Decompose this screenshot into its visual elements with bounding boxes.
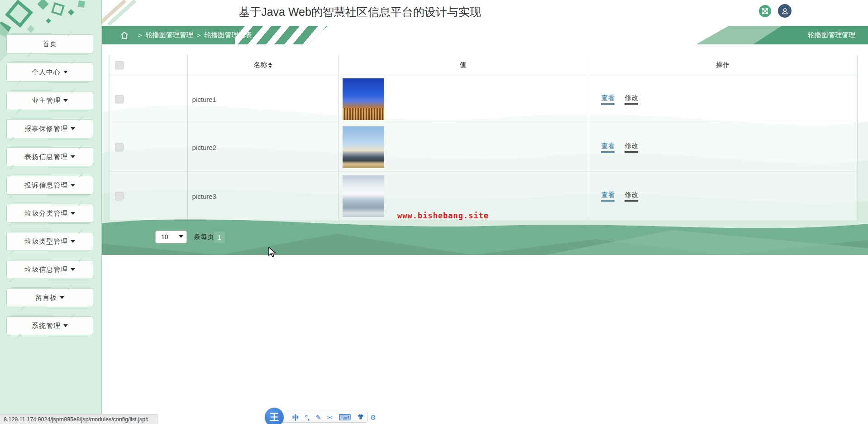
view-link[interactable]: 查看 <box>601 142 615 153</box>
carousel-table: 名称 值 操作 picture1 查看 修改 <box>109 55 858 220</box>
punctuation-icon[interactable]: °, <box>305 414 310 421</box>
sidebar-item-garbage-type[interactable]: 垃圾类型管理 <box>6 232 93 251</box>
sidebar: 首页 个人中心 业主管理 报事保修管理 表扬信息管理 投诉信息管理 垃圾分类管理… <box>0 0 102 424</box>
table-header-row: 名称 值 操作 <box>110 55 857 75</box>
caret-down-icon <box>71 155 75 158</box>
sidebar-item-garbage-category[interactable]: 垃圾分类管理 <box>6 204 93 223</box>
column-header-value: 值 <box>338 55 588 75</box>
user-account-button[interactable] <box>778 4 792 18</box>
screen: 首页 个人中心 业主管理 报事保修管理 表扬信息管理 投诉信息管理 垃圾分类管理… <box>0 0 868 424</box>
scissors-icon[interactable]: ✂ <box>327 414 333 421</box>
sidebar-item-label: 垃圾信息管理 <box>24 265 68 274</box>
sidebar-item-system-mgmt[interactable]: 系统管理 <box>6 316 93 335</box>
sort-icon[interactable] <box>268 63 272 68</box>
sidebar-item-garbage-info[interactable]: 垃圾信息管理 <box>6 260 93 279</box>
status-bar-url: 8.129.11.174:9024/jspm895e8/jsp/modules/… <box>0 414 157 424</box>
corner-module-label-text: 轮播图管理管理 <box>808 31 855 39</box>
row-checkbox[interactable] <box>115 95 124 103</box>
sidebar-item-label: 留言板 <box>35 294 57 302</box>
caret-down-icon <box>63 71 68 73</box>
main-area: 基于Java Web的智慧社区信息平台的设计与实现 <box>102 0 868 424</box>
caret-down-icon <box>71 127 75 130</box>
sidebar-item-label: 投诉信息管理 <box>24 181 68 190</box>
home-icon[interactable] <box>120 31 129 40</box>
sidebar-item-label: 报事保修管理 <box>24 125 68 133</box>
keyboard-icon[interactable]: ⌨ <box>339 413 351 422</box>
edit-link[interactable]: 修改 <box>625 142 638 153</box>
ime-logo-icon[interactable]: 王 <box>265 408 284 424</box>
sidebar-item-home[interactable]: 首页 <box>6 34 93 53</box>
column-header-label: 值 <box>460 61 467 69</box>
pencil-icon[interactable]: ✎ <box>315 414 321 421</box>
breadcrumb-item-parent[interactable]: 轮播图管理管理 <box>146 31 193 39</box>
view-link[interactable]: 查看 <box>601 94 615 105</box>
page-title: 基于Java Web的智慧社区信息平台的设计与实现 <box>192 5 527 19</box>
chinese-mode-icon[interactable]: 中 <box>292 414 299 421</box>
sidebar-item-label: 个人中心 <box>32 68 61 77</box>
column-header-label: 名称 <box>253 61 267 69</box>
column-header-actions: 操作 <box>588 55 857 75</box>
expand-arrows-icon <box>762 8 768 14</box>
pagination: 10 条每页 1 <box>102 226 868 249</box>
edit-link[interactable]: 修改 <box>625 94 638 105</box>
row-name: picture2 <box>192 144 216 151</box>
dusk-skyline-photo <box>343 126 384 168</box>
fullscreen-button[interactable] <box>759 5 771 17</box>
sidebar-item-label: 系统管理 <box>32 322 61 330</box>
per-page-label: 条每页 <box>194 233 214 241</box>
gear-icon[interactable]: ⚙ <box>370 414 376 421</box>
select-all-checkbox[interactable] <box>115 61 124 70</box>
row-checkbox[interactable] <box>115 192 124 200</box>
aerial-city-clouds-photo <box>343 175 384 217</box>
sidebar-item-label: 首页 <box>43 40 57 48</box>
row-name: picture1 <box>192 95 216 103</box>
skin-icon[interactable] <box>357 414 364 421</box>
night-bridge-photo <box>343 78 384 120</box>
person-icon <box>781 7 789 15</box>
caret-down-icon <box>63 324 68 327</box>
caret-down-icon <box>71 268 75 271</box>
edit-link[interactable]: 修改 <box>625 191 638 202</box>
view-link[interactable]: 查看 <box>601 191 615 202</box>
caret-down-icon <box>60 296 64 299</box>
sidebar-item-label: 表扬信息管理 <box>24 153 68 161</box>
caret-down-icon <box>71 212 75 215</box>
breadcrumb: > 轮播图管理管理 > 轮播图管理列表 <box>102 26 328 44</box>
sidebar-item-praise-info[interactable]: 表扬信息管理 <box>6 147 93 166</box>
mouse-cursor <box>268 247 278 258</box>
watermark-text: www.bishebang.site <box>397 211 489 220</box>
row-checkbox[interactable] <box>115 143 124 152</box>
caret-down-icon <box>71 184 75 187</box>
table-row: picture1 查看 修改 <box>110 75 857 123</box>
row-name: picture3 <box>192 192 216 200</box>
breadcrumb-separator: > <box>197 31 201 39</box>
ime-panel: 中 °, ✎ ✂ ⌨ ⚙ <box>277 412 368 423</box>
sidebar-item-label: 垃圾类型管理 <box>24 237 68 246</box>
sidebar-item-complaint-info[interactable]: 投诉信息管理 <box>6 176 93 195</box>
caret-down-icon <box>71 240 75 243</box>
column-header-label: 操作 <box>716 61 730 69</box>
sidebar-item-label: 业主管理 <box>32 96 61 105</box>
sidebar-item-repair-mgmt[interactable]: 报事保修管理 <box>6 119 93 138</box>
table-row: picture2 查看 修改 <box>110 123 857 171</box>
page-size-select[interactable]: 10 <box>155 231 187 243</box>
caret-down-icon <box>63 99 68 102</box>
breadcrumb-stripes <box>235 26 328 44</box>
column-header-name[interactable]: 名称 <box>187 55 338 75</box>
page-number-button[interactable]: 1 <box>214 231 225 243</box>
sidebar-item-personal-center[interactable]: 个人中心 <box>6 63 93 82</box>
sidebar-item-owner-mgmt[interactable]: 业主管理 <box>6 91 93 110</box>
sidebar-item-label: 垃圾分类管理 <box>24 209 68 218</box>
breadcrumb-separator: > <box>138 31 142 39</box>
sidebar-item-message-board[interactable]: 留言板 <box>6 288 93 307</box>
